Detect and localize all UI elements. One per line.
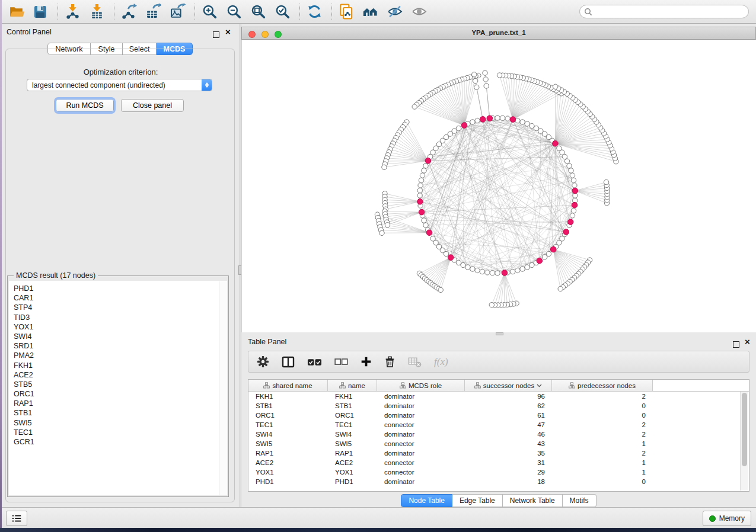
column-header-name[interactable]: name xyxy=(328,380,377,391)
zoom-out-icon[interactable] xyxy=(225,4,242,20)
mcds-result-item[interactable]: ORC1 xyxy=(14,389,227,399)
table-cell[interactable]: 1 xyxy=(552,459,653,466)
mcds-result-item[interactable]: STB5 xyxy=(14,380,227,389)
save-session-icon[interactable] xyxy=(32,4,49,20)
mcds-result-item[interactable]: STB1 xyxy=(14,408,227,418)
table-row[interactable]: YOX1YOX1connector291 xyxy=(248,467,749,477)
table-cell[interactable]: dominator xyxy=(377,412,465,419)
table-cell[interactable]: RAP1 xyxy=(248,450,328,457)
table-cell[interactable]: ACE2 xyxy=(248,459,328,466)
table-cell[interactable]: dominator xyxy=(377,393,465,400)
table-cell[interactable]: SWI4 xyxy=(328,431,377,438)
table-cell[interactable]: ACE2 xyxy=(328,459,377,466)
mcds-list-scrollbar[interactable] xyxy=(219,281,227,495)
memory-button[interactable]: Memory xyxy=(703,511,751,526)
table-cell[interactable]: ORC1 xyxy=(328,412,377,419)
table-cell[interactable]: dominator xyxy=(377,478,465,485)
zoom-selected-icon[interactable] xyxy=(274,4,291,20)
table-cell[interactable]: 61 xyxy=(465,412,552,419)
table-row[interactable]: PHD1PHD1dominator180 xyxy=(248,477,749,486)
mcds-result-item[interactable]: RAP1 xyxy=(14,399,227,408)
network-view[interactable] xyxy=(241,40,756,332)
mcds-result-item[interactable]: CAR1 xyxy=(14,293,227,303)
table-cell[interactable]: STB1 xyxy=(248,402,328,409)
table-cell[interactable]: dominator xyxy=(377,450,465,457)
delete-column-icon[interactable] xyxy=(384,356,395,368)
table-cell[interactable]: YOX1 xyxy=(328,469,377,476)
criterion-dropdown[interactable]: largest connected component (undirected) xyxy=(27,79,212,91)
table-cell[interactable]: 1 xyxy=(552,469,653,476)
network-canvas[interactable] xyxy=(242,40,756,332)
table-cell[interactable]: dominator xyxy=(377,402,465,409)
table-cell[interactable]: 46 xyxy=(465,431,552,438)
table-cell[interactable]: connector xyxy=(377,459,465,466)
table-cell[interactable]: 2 xyxy=(552,421,653,428)
zoom-in-icon[interactable] xyxy=(201,4,218,20)
column-header-predecessor-nodes[interactable]: predecessor nodes xyxy=(552,380,653,391)
network-window-titlebar[interactable]: YPA_prune.txt_1 xyxy=(241,27,756,40)
mcds-result-item[interactable]: GCR1 xyxy=(14,437,227,447)
import-network-icon[interactable] xyxy=(64,4,81,20)
table-cell[interactable]: PHD1 xyxy=(328,478,377,485)
mcds-result-list[interactable]: PHD1CAR1STP4TID3YOX1SWI4SRD1PMA2FKH1ACE2… xyxy=(9,281,227,495)
mcds-result-item[interactable]: SWI4 xyxy=(14,332,227,341)
export-network-icon[interactable] xyxy=(120,4,137,20)
hide-graphics-details-icon[interactable] xyxy=(387,4,403,20)
table-row[interactable]: SWI5SWI5connector431 xyxy=(248,439,749,448)
search-field[interactable] xyxy=(579,5,749,18)
float-panel-icon[interactable] xyxy=(213,30,219,40)
table-cell[interactable]: 18 xyxy=(465,478,552,485)
table-cell[interactable]: dominator xyxy=(377,431,465,438)
table-cell[interactable]: connector xyxy=(377,421,465,428)
task-history-button[interactable] xyxy=(6,511,27,526)
mcds-result-item[interactable]: TEC1 xyxy=(14,428,227,437)
close-panel-icon[interactable]: × xyxy=(225,29,231,35)
table-cell[interactable]: 0 xyxy=(552,478,653,485)
mcds-result-item[interactable]: STP4 xyxy=(14,303,227,312)
table-row[interactable]: RAP1RAP1dominator352 xyxy=(248,448,749,458)
refresh-icon[interactable] xyxy=(306,4,323,20)
table-cell[interactable]: ORC1 xyxy=(248,412,328,419)
table-cell[interactable]: SWI5 xyxy=(328,440,377,447)
mcds-result-item[interactable]: FKH1 xyxy=(14,361,227,370)
mcds-result-item[interactable]: SRD1 xyxy=(14,341,227,351)
table-cell[interactable]: TEC1 xyxy=(328,421,377,428)
table-cell[interactable]: connector xyxy=(377,469,465,476)
mcds-result-item[interactable]: YOX1 xyxy=(14,322,227,332)
tab-node-table[interactable]: Node Table xyxy=(401,494,452,507)
close-panel-button[interactable]: Close panel xyxy=(121,99,184,112)
table-row[interactable]: STB1STB1dominator620 xyxy=(248,401,749,411)
table-cell[interactable]: 62 xyxy=(465,402,552,409)
mcds-result-item[interactable]: TID3 xyxy=(14,313,227,322)
table-settings-gear-icon[interactable] xyxy=(257,355,269,368)
table-cell[interactable]: FKH1 xyxy=(248,393,328,400)
table-cell[interactable]: 31 xyxy=(465,459,552,466)
run-mcds-button[interactable]: Run MCDS xyxy=(56,99,114,112)
float-table-panel-icon[interactable] xyxy=(733,339,739,350)
import-table-icon[interactable] xyxy=(88,4,105,20)
mcds-result-item[interactable]: PMA2 xyxy=(14,351,227,360)
table-cell[interactable]: PHD1 xyxy=(248,478,328,485)
mcds-result-item[interactable]: SWI5 xyxy=(14,418,227,428)
table-cell[interactable]: connector xyxy=(377,440,465,447)
mcds-result-item[interactable]: ACE2 xyxy=(14,370,227,380)
table-cell[interactable]: 35 xyxy=(465,450,552,457)
table-row[interactable]: ACE2ACE2connector311 xyxy=(248,458,749,467)
tab-motifs[interactable]: Motifs xyxy=(563,494,596,507)
table-row[interactable]: TEC1TEC1connector472 xyxy=(248,420,749,430)
column-header-successor-nodes[interactable]: successor nodes xyxy=(465,380,552,391)
table-scrollbar-thumb[interactable] xyxy=(742,393,747,466)
search-input[interactable] xyxy=(595,6,748,18)
add-column-icon[interactable] xyxy=(361,356,372,367)
table-cell[interactable]: 96 xyxy=(465,393,552,400)
table-cell[interactable]: 2 xyxy=(552,450,653,457)
table-cell[interactable]: FKH1 xyxy=(328,393,377,400)
table-cell[interactable]: 0 xyxy=(552,412,653,419)
table-cell[interactable]: 47 xyxy=(465,421,552,428)
show-graphics-details-icon[interactable] xyxy=(411,4,428,20)
first-neighbors-icon[interactable] xyxy=(362,4,379,20)
column-header-mcds-role[interactable]: MCDS role xyxy=(377,380,465,391)
show-columns-icon[interactable] xyxy=(282,356,295,368)
table-row[interactable]: SWI4SWI4dominator462 xyxy=(248,430,749,439)
table-cell[interactable]: SWI5 xyxy=(248,440,328,447)
